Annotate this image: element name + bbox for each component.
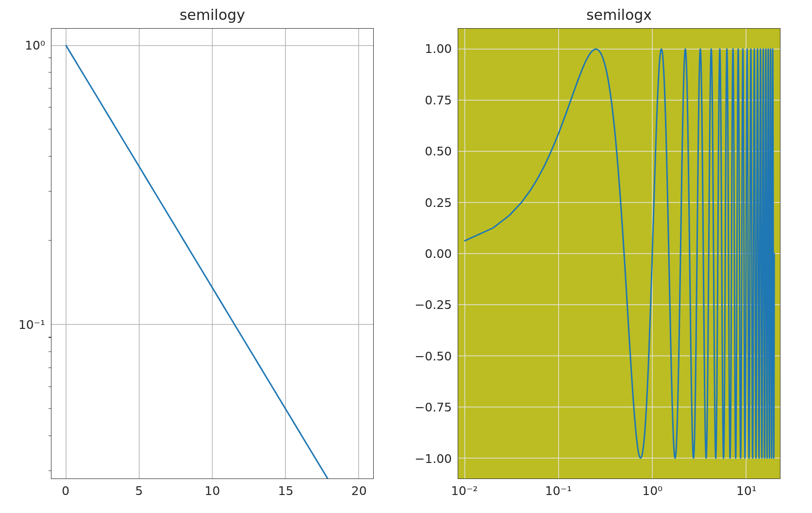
ytick-label: 10⁻¹ xyxy=(18,318,45,332)
axes-semilogy: semilogy 0 5 10 15 20 10⁻¹ 10⁰ xyxy=(51,28,374,479)
ytick-label: 0.75 xyxy=(425,93,452,107)
axes-title-left: semilogy xyxy=(51,6,374,23)
ytick-label: 10⁰ xyxy=(25,38,45,52)
xtick-label: 10⁰ xyxy=(642,484,663,498)
ytick-label: 0.50 xyxy=(425,144,452,158)
plot-svg-left xyxy=(51,29,373,479)
axes-semilogx: semilogx 10⁻² 10⁻¹ 10⁰ 10¹ −1.00 −0.75 −… xyxy=(458,28,780,479)
xtick-label: 10⁻¹ xyxy=(545,484,572,498)
xtick-label: 0 xyxy=(62,484,69,498)
ytick-label: −0.50 xyxy=(414,349,452,363)
figure: semilogy 0 5 10 15 20 10⁻¹ 10⁰ semilogx xyxy=(0,0,812,513)
xtick-label: 10⁻² xyxy=(451,484,478,498)
ytick-label: −0.75 xyxy=(414,400,452,414)
grid-left xyxy=(51,29,373,479)
xtick-label: 15 xyxy=(278,484,294,498)
plot-area-left xyxy=(51,28,374,479)
xtick-label: 5 xyxy=(135,484,143,498)
xtick-label: 10¹ xyxy=(736,484,757,498)
plot-svg-right xyxy=(458,29,780,479)
xtick-label: 20 xyxy=(351,484,367,498)
axes-title-right: semilogx xyxy=(458,6,780,23)
xtick-label: 10 xyxy=(205,484,220,498)
plot-area-right xyxy=(458,28,780,479)
ytick-label: −1.00 xyxy=(414,451,452,465)
ytick-label: 0.25 xyxy=(425,195,452,209)
ytick-label: 0.00 xyxy=(425,247,452,261)
ytick-label: 1.00 xyxy=(425,42,452,56)
ytick-label: −0.25 xyxy=(414,298,452,312)
